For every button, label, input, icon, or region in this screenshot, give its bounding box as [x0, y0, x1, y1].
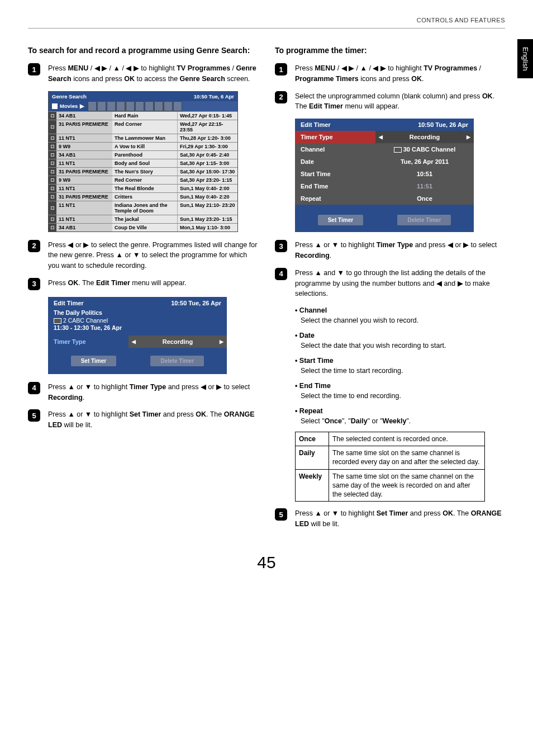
et-timer-type-label: Timer Type — [48, 336, 129, 348]
et-title: Edit Timer — [54, 300, 84, 306]
genre-row[interactable]: 11 NT1Body and SoulSat,30 Apr 1:15- 3:00 — [49, 159, 237, 167]
left-title: To search for and record a programme usi… — [28, 45, 258, 55]
edit-timer-row-value[interactable]: 11:51 — [375, 180, 474, 192]
tv-icon — [51, 187, 54, 190]
step-body: Press ▲ or ▼ to highlight Set Timer and … — [295, 508, 505, 530]
genre-row-channel: 34 AB1 — [56, 224, 112, 231]
edit-timer-row-value[interactable]: Tue, 26 Apr 2011 — [375, 155, 474, 168]
genre-row-time: Mon,1 May 1:10- 3:00 — [177, 224, 237, 231]
genre-row-time: Sun,1 May 21:10- 23:20 — [177, 201, 237, 215]
step-number-icon: 2 — [275, 91, 287, 103]
genre-row[interactable]: 9 W9Red CornerSat,30 Apr 23:20- 1:15 — [49, 176, 237, 184]
table-row: OnceThe selected content is recorded onc… — [296, 432, 485, 446]
tv-icon — [51, 153, 54, 157]
genre-row[interactable]: 11 NT1Indiana Jones and the Temple of Do… — [49, 201, 237, 215]
chevron-left-icon: ◀ — [132, 339, 136, 344]
right-step-3: 3 Press ▲ or ▼ to highlight Timer Type a… — [275, 240, 505, 261]
language-tab: English — [517, 39, 533, 78]
left-step-5: 5 Press ▲ or ▼ to highlight Set Timer an… — [28, 409, 258, 431]
et-programme: The Daily Politics — [54, 309, 221, 317]
genre-search-panel: Genre Search 10:50 Tue, 6 Apr Movies ▶ 3… — [48, 91, 238, 232]
step-body: Press ▲ and ▼ to go through the list add… — [295, 268, 505, 299]
genre-row-programme: The Real Blonde — [112, 185, 177, 192]
genre-row-programme: Critters — [112, 193, 177, 201]
genre-row[interactable]: 31 PARIS PREMIERERed CornerWed,27 Apr 22… — [49, 120, 237, 134]
genre-row-programme: The Nun's Story — [112, 168, 177, 176]
genre-row-channel: 11 NT1 — [56, 159, 112, 167]
edit-timer-row-value[interactable]: ◀Recording▶ — [375, 131, 474, 143]
tv-icon — [394, 147, 402, 153]
genre-row[interactable]: 11 NT1The jackalSun,1 May 23:20- 1:15 — [49, 215, 237, 223]
genre-row-programme: The jackal — [112, 215, 177, 223]
edit-timer-row-value[interactable]: 30 CABC Channel — [375, 143, 474, 155]
tv-icon — [51, 195, 54, 199]
delete-timer-button[interactable]: Delete Timer — [397, 215, 451, 225]
genre-row-channel: 31 PARIS PREMIERE — [56, 120, 112, 134]
edit-timer-row-label: Date — [295, 155, 375, 168]
right-step-1: 1 Press MENU / ◀ ▶ / ▲ / ◀ ▶ to highligh… — [275, 63, 505, 84]
genre-row-programme: Indiana Jones and the Temple of Doom — [112, 201, 177, 215]
tv-icon — [51, 125, 54, 129]
header-text: CONTROLS AND FEATURES — [28, 17, 505, 23]
genre-tab-movies[interactable]: Movies ▶ — [49, 101, 88, 111]
tv-icon — [51, 206, 54, 210]
et-time: 10:50 Tue, 26 Apr — [171, 300, 221, 306]
left-column: To search for and record a programme usi… — [28, 45, 258, 536]
genre-row-time: Fri,29 Apr 1:30- 3:00 — [177, 143, 237, 150]
chevron-right-icon: ▶ — [80, 103, 84, 109]
tv-icon — [51, 114, 54, 117]
edit-timer-row[interactable]: RepeatOnce — [295, 192, 474, 205]
set-timer-button[interactable]: Set Timer — [71, 356, 116, 366]
edit-timer-row[interactable]: Timer Type◀Recording▶ — [295, 131, 474, 143]
edit-timer-row-label: End Time — [295, 180, 375, 192]
genre-row-programme: Hard Rain — [112, 112, 177, 120]
genre-row[interactable]: 34 AB1ParenthoodSat,30 Apr 0:45- 2:40 — [49, 150, 237, 159]
tv-icon — [51, 145, 54, 148]
step-body: Press MENU / ◀ ▶ / ▲ / ◀ ▶ to highlight … — [48, 63, 258, 84]
genre-row-programme: The Lawnmower Man — [112, 134, 177, 142]
edit-timer-row-label: Repeat — [295, 192, 375, 205]
et-channel: 2 CABC Channel — [54, 317, 221, 325]
sub-end-time: End TimeSelect the time to end recording… — [295, 381, 505, 401]
genre-row-time: Sat,30 Apr 0:45- 2:40 — [177, 151, 237, 159]
right-step-4: 4 Press ▲ and ▼ to go through the list a… — [275, 268, 505, 299]
sub-start-time: Start TimeSelect the time to start recor… — [295, 356, 505, 376]
edit-timer-row[interactable]: DateTue, 26 Apr 2011 — [295, 155, 474, 168]
genre-row[interactable]: 31 PARIS PREMIEREThe Nun's StorySat,30 A… — [49, 167, 237, 176]
genre-row-channel: 31 PARIS PREMIERE — [56, 193, 112, 201]
genre-row-channel: 11 NT1 — [56, 185, 112, 192]
edit-timer-row[interactable]: Channel30 CABC Channel — [295, 143, 474, 155]
step-number-icon: 3 — [275, 240, 287, 252]
genre-row[interactable]: 34 AB1Coup De VilleMon,1 May 1:10- 3:00 — [49, 223, 237, 231]
left-step-1: 1 Press MENU / ◀ ▶ / ▲ / ◀ ▶ to highligh… — [28, 63, 258, 84]
edit-timer-row-value[interactable]: Once — [375, 192, 474, 205]
genre-row[interactable]: 31 PARIS PREMIERECrittersSun,1 May 0:40-… — [49, 192, 237, 201]
tv-icon — [51, 178, 54, 182]
right-title: To programme the timer: — [275, 45, 505, 55]
step-body: Select the unprogrammed column (blank co… — [295, 91, 505, 112]
genre-row[interactable]: 11 NT1The Real BlondeSun,1 May 0:40- 2:0… — [49, 184, 237, 192]
genre-row-channel: 31 PARIS PREMIERE — [56, 168, 112, 176]
chevron-left-icon: ◀ — [379, 134, 383, 140]
genre-row[interactable]: 11 NT1The Lawnmower ManThu,28 Apr 1:20- … — [49, 134, 237, 142]
genre-row[interactable]: 34 AB1Hard RainWed,27 Apr 0:15- 1:45 — [49, 111, 237, 120]
genre-tab-icons[interactable] — [88, 101, 237, 111]
genre-row-channel: 11 NT1 — [56, 201, 112, 215]
chevron-right-icon: ▶ — [467, 134, 470, 140]
genre-row-programme: Red Corner — [112, 120, 177, 134]
delete-timer-button[interactable]: Delete Timer — [150, 356, 204, 366]
genre-row-channel: 11 NT1 — [56, 215, 112, 223]
sub-repeat: RepeatSelect "Once", "Daily" or "Weekly"… — [295, 407, 505, 426]
edit-timer-row-value[interactable]: 10:51 — [375, 168, 474, 180]
genre-row[interactable]: 9 W9A Vow to KillFri,29 Apr 1:30- 3:00 — [49, 142, 237, 150]
et-timer-type-value[interactable]: ◀ Recording ▶ — [129, 336, 227, 348]
edit-timer-row[interactable]: End Time11:51 — [295, 180, 474, 192]
left-step-2: 2 Press ◀ or ▶ to select the genre. Prog… — [28, 240, 258, 271]
edit-timer-row[interactable]: Start Time10:51 — [295, 168, 474, 180]
step-body: Press OK. The Edit Timer menu will appea… — [48, 278, 258, 289]
set-timer-button[interactable]: Set Timer — [318, 215, 363, 225]
tv-icon — [51, 226, 54, 229]
genre-row-channel: 11 NT1 — [56, 134, 112, 142]
edit-timer-row-label: Start Time — [295, 168, 375, 180]
step-number-icon: 2 — [28, 240, 40, 252]
